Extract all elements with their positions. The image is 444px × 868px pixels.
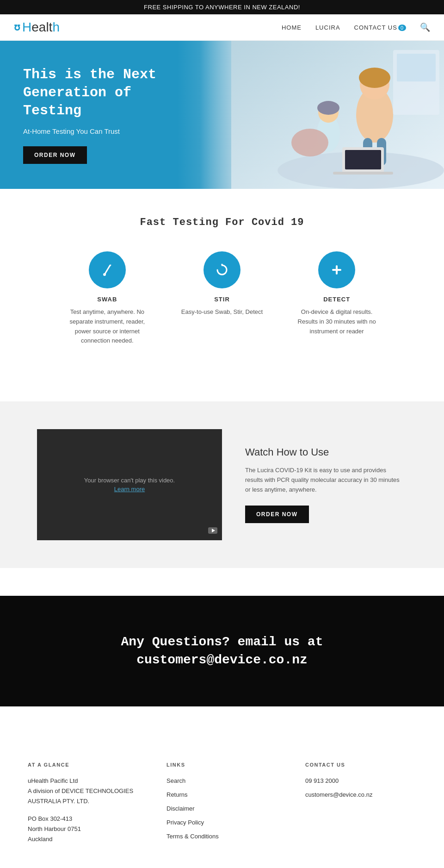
svg-rect-11: [397, 54, 436, 81]
main-nav: HOME LUCIRA CONTACT US0 🔍: [282, 22, 430, 32]
svg-point-9: [317, 101, 339, 115]
cta-section: Any Questions? email us at customers@dev…: [0, 596, 444, 706]
footer-address: PO Box 302-413 North Harbour 0751 Auckla…: [28, 814, 139, 844]
features-section: Fast Testing For Covid 19 SWAB Test anyt…: [0, 189, 444, 374]
svg-point-18: [103, 273, 106, 276]
footer-email: customers@device.co.nz: [305, 790, 416, 800]
logo[interactable]: ʊ Health: [14, 20, 60, 35]
video-message: Your browser can't play this video.: [84, 477, 175, 484]
video-description: The Lucira COVID-19 Kit is easy to use a…: [245, 466, 402, 494]
svg-point-4: [359, 68, 390, 88]
logo-h: H: [22, 20, 31, 34]
footer-links-title: LINKS: [166, 762, 278, 768]
svg-point-20: [213, 261, 231, 279]
logo-icon: ʊ: [14, 21, 20, 33]
svg-rect-24: [332, 269, 341, 271]
youtube-icon: [208, 527, 217, 536]
spacer-2: [0, 568, 444, 596]
spacer-3: [0, 706, 444, 734]
video-cant-play: Your browser can't play this video.: [84, 477, 175, 484]
footer-col-links: LINKS Search Returns Disclaimer Privacy …: [166, 762, 278, 845]
hero-illustration: [231, 41, 444, 189]
swab-icon-circle: [89, 251, 126, 288]
feature-swab: SWAB Test anytime, anywhere. No separate…: [61, 251, 154, 346]
video-section: Your browser can't play this video. Lear…: [0, 401, 444, 568]
svg-rect-13: [345, 150, 381, 169]
features-title: Fast Testing For Covid 19: [18, 217, 426, 228]
hero-subtitle: At-Home Testing You Can Trust: [23, 127, 171, 135]
footer-col-contact: CONTACT US 09 913 2000 customers@device.…: [305, 762, 416, 845]
footer-grid: AT A GLANCE uHealth Pacific Ltd A divisi…: [28, 762, 416, 845]
nav-contact-label: CONTACT US: [354, 24, 397, 31]
hero-title: This is the Next Generation of Testing: [23, 66, 171, 120]
hero-image: [200, 41, 444, 189]
header: ʊ Health HOME LUCIRA CONTACT US0 🔍: [0, 14, 444, 41]
footer-link-disclaimer[interactable]: Disclaimer: [166, 804, 278, 814]
hero-photo-placeholder: [231, 41, 444, 189]
cta-text: Any Questions? email us at customers@dev…: [18, 633, 426, 669]
cta-line2: customers@device.co.nz: [18, 651, 426, 669]
top-banner: FREE SHIPPING TO ANYWHERE IN NEW ZEALAND…: [0, 0, 444, 14]
detect-icon: [327, 261, 346, 279]
video-heading: Watch How to Use: [245, 446, 402, 458]
footer-link-returns[interactable]: Returns: [166, 790, 278, 800]
footer-city: Auckland: [28, 836, 52, 843]
cart-badge: 0: [398, 25, 406, 31]
svg-rect-14: [333, 172, 393, 175]
feature-stir: STIR Easy-to-use Swab, Stir, Detect: [181, 251, 263, 346]
video-player: Your browser can't play this video. Lear…: [37, 429, 222, 540]
logo-text: Health: [22, 20, 60, 35]
video-info: Watch How to Use The Lucira COVID-19 Kit…: [245, 446, 402, 523]
banner-text: FREE SHIPPING TO ANYWHERE IN NEW ZEALAND…: [144, 4, 300, 11]
nav-home[interactable]: HOME: [282, 24, 302, 31]
video-learn-more-link[interactable]: Learn more: [114, 486, 145, 493]
footer-link-privacy[interactable]: Privacy Policy: [166, 818, 278, 828]
detect-label: DETECT: [323, 296, 350, 303]
feature-detect: DETECT On-device & digital results. Resu…: [290, 251, 383, 346]
hero-section: This is the Next Generation of Testing A…: [0, 41, 444, 189]
detect-desc: On-device & digital results. Results in …: [290, 307, 383, 336]
search-icon[interactable]: 🔍: [420, 22, 430, 32]
stir-icon: [213, 261, 231, 279]
footer-company-name: uHealth Pacific Ltd: [28, 777, 78, 784]
footer-company: uHealth Pacific Ltd A division of DEVICE…: [28, 776, 139, 806]
footer-contact-title: CONTACT US: [305, 762, 416, 768]
swab-desc: Test anytime, anywhere. No separate inst…: [61, 307, 154, 346]
footer-po-box: PO Box 302-413: [28, 815, 72, 822]
hero-content: This is the Next Generation of Testing A…: [0, 43, 194, 187]
swab-label: SWAB: [97, 296, 117, 303]
footer-about-title: AT A GLANCE: [28, 762, 139, 768]
spacer-1: [0, 374, 444, 401]
detect-icon-circle: [318, 251, 355, 288]
features-grid: SWAB Test anytime, anywhere. No separate…: [18, 251, 426, 346]
logo-h2: h: [52, 20, 60, 34]
stir-icon-circle: [204, 251, 240, 288]
footer-col-about: AT A GLANCE uHealth Pacific Ltd A divisi…: [28, 762, 139, 845]
footer-link-search[interactable]: Search: [166, 776, 278, 786]
stir-label: STIR: [214, 296, 230, 303]
footer-address1: North Harbour 0751: [28, 825, 81, 832]
nav-contact[interactable]: CONTACT US0: [354, 24, 406, 31]
footer-phone: 09 913 2000: [305, 776, 416, 786]
cta-line1: Any Questions? email us at: [18, 633, 426, 651]
footer-division: A division of DEVICE TECHNOLOGIES AUSTRA…: [28, 787, 133, 805]
swab-icon: [98, 261, 117, 279]
svg-point-15: [291, 129, 328, 156]
footer-link-terms[interactable]: Terms & Conditions: [166, 831, 278, 842]
footer: AT A GLANCE uHealth Pacific Ltd A divisi…: [0, 734, 444, 864]
video-order-button[interactable]: ORDER NOW: [245, 506, 309, 523]
nav-lucira[interactable]: LUCIRA: [315, 24, 340, 31]
stir-desc: Easy-to-use Swab, Stir, Detect: [181, 307, 263, 317]
hero-order-button[interactable]: ORDER NOW: [23, 146, 87, 164]
